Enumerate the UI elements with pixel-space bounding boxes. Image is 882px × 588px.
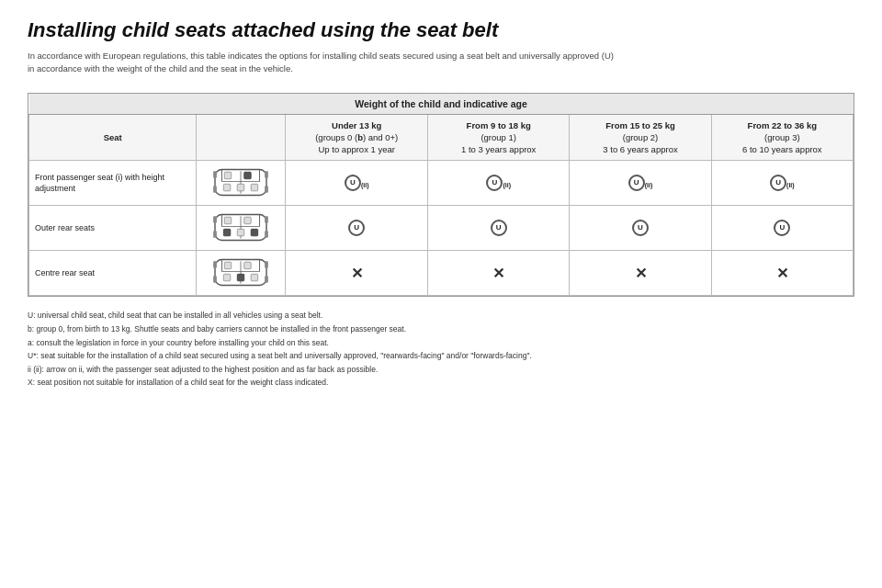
svg-rect-10 — [214, 172, 218, 178]
svg-rect-24 — [214, 217, 218, 223]
table-main-header: Weight of the child and indicative age — [29, 94, 854, 115]
svg-rect-35 — [224, 275, 231, 281]
footnote-6: X: seat position not suitable for instal… — [28, 377, 854, 390]
svg-rect-5 — [225, 173, 232, 179]
table-row: Outer rear seats — [29, 206, 854, 251]
col-15to25: From 15 to 25 kg (group 2)3 to 6 years a… — [570, 114, 711, 161]
val-row3-col1: ✕ — [286, 251, 428, 296]
seat-name-2: Outer rear seats — [29, 206, 197, 251]
val-row1-col3: U(ii) — [570, 161, 711, 206]
svg-rect-9 — [252, 185, 258, 191]
val-row3-col3: ✕ — [570, 251, 711, 296]
footnote-4: U*: seat suitable for the installation o… — [28, 350, 854, 363]
svg-rect-36 — [238, 275, 244, 281]
footnote-1: U: universal child seat, child seat that… — [28, 310, 854, 322]
page-title: Installing child seats attached using th… — [28, 18, 854, 42]
footnote-3: a: consult the legislation in force in y… — [28, 337, 854, 350]
child-seat-table: Weight of the child and indicative age S… — [28, 93, 854, 298]
footnote-2: b: group 0, from birth to 13 kg. Shuttle… — [28, 323, 854, 336]
svg-rect-8 — [238, 185, 244, 191]
svg-rect-41 — [266, 277, 269, 283]
svg-rect-21 — [224, 230, 231, 236]
col-car-image — [197, 114, 286, 161]
val-row2-col4: U — [711, 206, 853, 251]
val-row1-col4: U(ii) — [711, 161, 853, 206]
svg-rect-38 — [214, 262, 218, 268]
val-row1-col2: U(ii) — [428, 161, 570, 206]
svg-rect-37 — [252, 275, 258, 281]
svg-rect-13 — [266, 187, 269, 193]
car-image-3 — [197, 251, 286, 296]
footnotes-section: U: universal child seat, child seat that… — [28, 310, 854, 390]
svg-rect-23 — [252, 230, 258, 236]
svg-rect-19 — [225, 218, 232, 224]
car-image-1 — [197, 161, 286, 206]
svg-rect-34 — [244, 263, 251, 269]
col-9to18: From 9 to 18 kg (group 1)1 to 3 years ap… — [428, 114, 570, 161]
table-row: Front passenger seat (i) with height adj… — [29, 161, 854, 206]
footnote-5: ii (ii): arrow on ii, with the passenger… — [28, 364, 854, 377]
svg-rect-26 — [214, 232, 218, 238]
seat-name-1: Front passenger seat (i) with height adj… — [29, 161, 197, 206]
val-row2-col3: U — [570, 206, 711, 251]
val-row3-col4: ✕ — [711, 251, 853, 296]
val-row1-col1: U(ii) — [286, 161, 428, 206]
col-under13: Under 13 kg (groups 0 (b) and 0+)Up to a… — [286, 114, 428, 161]
svg-rect-25 — [266, 217, 269, 223]
svg-rect-39 — [266, 262, 269, 268]
svg-rect-7 — [224, 185, 231, 191]
svg-rect-20 — [244, 218, 251, 224]
svg-rect-22 — [238, 230, 244, 236]
car-image-2 — [197, 206, 286, 251]
svg-rect-33 — [225, 263, 232, 269]
subtitle: In accordance with European regulations,… — [28, 50, 854, 76]
seat-name-3: Centre rear seat — [29, 251, 197, 296]
col-22to36: From 22 to 36 kg (group 3)6 to 10 years … — [711, 114, 853, 161]
val-row2-col1: U — [286, 206, 428, 251]
col-seat-label: Seat — [29, 114, 197, 161]
val-row3-col2: ✕ — [428, 251, 570, 296]
svg-rect-40 — [214, 277, 218, 283]
table-row: Centre rear seat — [29, 251, 854, 296]
svg-rect-12 — [214, 187, 218, 193]
svg-rect-11 — [266, 172, 269, 178]
svg-rect-6 — [244, 173, 251, 179]
val-row2-col2: U — [428, 206, 570, 251]
svg-rect-27 — [266, 232, 269, 238]
